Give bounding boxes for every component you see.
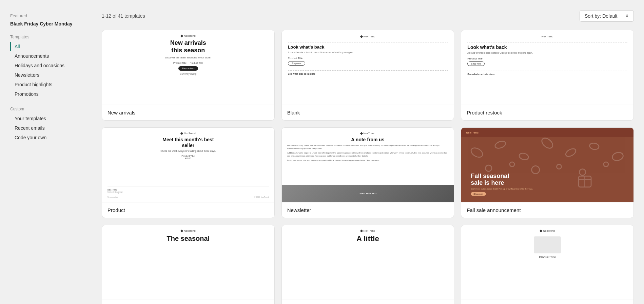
svg-point-8: [510, 162, 514, 167]
preview-product-placeholder: [534, 236, 561, 253]
preview-note-text-1: We've had a busy month and we're thrille…: [287, 144, 449, 150]
preview-brand: NexTrend: [181, 34, 196, 37]
diamond-icon-product: [180, 132, 183, 135]
diamond-icon-little: [360, 229, 363, 232]
preview-product-title-lg: Product Title: [288, 57, 303, 60]
preview-divider-restock-top: [467, 42, 627, 42]
sidebar-item-newsletters[interactable]: Newsletters: [10, 71, 85, 79]
svg-point-11: [580, 169, 586, 175]
svg-point-1: [494, 140, 507, 149]
preview-brand-product: NexTrend: [181, 132, 196, 135]
diamond-icon-newsletter: [360, 132, 363, 135]
template-label-newsletter: Newsletter: [282, 202, 454, 218]
preview-restock-see-more: See what else is in store: [467, 73, 495, 75]
template-card-new-arrivals[interactable]: NexTrend New arrivalsthis season Discove…: [102, 30, 275, 121]
preview-price: £0.00: [181, 157, 195, 160]
preview-product-card-title-3: Product Title: [539, 255, 556, 259]
preview-look-back-text: A brand favorite is back in stock! Grab …: [288, 51, 353, 54]
preview-dont-miss-text: DON'T MISS OUT: [359, 193, 377, 195]
template-preview-product-title: NexTrend Product Title: [461, 225, 633, 300]
preview-brand-blank: NexTrend: [360, 35, 375, 38]
template-card-fall-sale[interactable]: NexTrend: [461, 127, 634, 218]
template-preview-product-restock: NexTrend Look what's back A brand favori…: [461, 30, 633, 105]
preview-product-block: Product Title £0.00: [181, 155, 195, 160]
svg-point-6: [611, 151, 624, 162]
diamond-icon: [180, 34, 183, 37]
preview-new-arrivals-subtitle: Discover the latest additions to our sto…: [165, 56, 211, 59]
template-card-seasonal[interactable]: NexTrend The seasonal Nex Trend The seas…: [102, 225, 275, 304]
preview-restock-title: Look what's back: [467, 44, 507, 50]
preview-little-title: A little: [356, 234, 379, 243]
template-preview-seasonal: NexTrend The seasonal: [102, 225, 274, 300]
sidebar-featured-section: Featured Black Friday Cyber Monday: [10, 14, 85, 26]
preview-note-text-2: Additionally, we're eager to unveil new …: [287, 151, 449, 158]
sidebar-item-recent-emails[interactable]: Recent emails: [10, 124, 85, 132]
templates-label: Templates: [10, 35, 85, 39]
template-card-product[interactable]: NexTrend Meet this month's bestseller Ch…: [102, 127, 275, 218]
template-label-fall-sale: Fall sale announcement: [461, 202, 633, 218]
preview-shop-arrivals-btn: Shop arrivals: [178, 66, 198, 71]
preview-seasonal-title: The seasonal: [167, 234, 210, 243]
sidebar-item-promotions[interactable]: Promotions: [10, 90, 85, 99]
template-preview-product: NexTrend Meet this month's bestseller Ch…: [102, 128, 274, 202]
sidebar-item-holidays[interactable]: Holidays and occasions: [10, 61, 85, 70]
sidebar-item-all[interactable]: All: [10, 42, 85, 51]
preview-divider-top: [288, 42, 448, 42]
svg-point-12: [604, 162, 608, 167]
preview-product-title-2: Product Title: [190, 62, 203, 64]
diamond-icon-seasonal: [180, 229, 183, 232]
featured-label: Featured: [10, 14, 85, 18]
template-card-product-restock[interactable]: NexTrend Look what's back A brand favori…: [461, 30, 634, 121]
svg-point-0: [470, 146, 485, 159]
fall-shop-btn: Shop now: [471, 192, 486, 196]
template-label-blank: Blank: [282, 105, 454, 120]
preview-note-text-3: Lastly, we appreciate your ongoing suppo…: [287, 159, 449, 162]
template-preview-newsletter: NexTrend A note from us We've had a busy…: [282, 128, 454, 202]
sidebar-featured-item[interactable]: Black Friday Cyber Monday: [10, 21, 85, 26]
diamond-icon-blank: [360, 35, 363, 38]
template-label-seasonal: Nex Trend The seasonal: [102, 300, 274, 304]
brand-text-restock: NexTrend: [542, 35, 553, 38]
brand-text-product-title: NexTrend: [543, 229, 555, 232]
svg-point-3: [540, 137, 555, 150]
main-content: 1-12 of 41 templates Sort by: Default ⇕ …: [95, 0, 644, 304]
template-preview-little: NexTrend A little: [282, 225, 454, 300]
brand-text-newsletter: NexTrend: [364, 132, 375, 135]
brand-text: NexTrend: [184, 34, 196, 37]
sidebar-item-announcements[interactable]: Announcements: [10, 52, 85, 60]
svg-point-2: [519, 152, 529, 161]
preview-restock-shop-btn: Shop now: [467, 61, 485, 66]
template-preview-fall-sale: NexTrend: [461, 128, 633, 202]
preview-new-arrivals-title: New arrivalsthis season: [170, 39, 206, 54]
template-label-new-arrivals: New arrivals: [102, 105, 274, 120]
template-label-product-title: [461, 300, 633, 304]
fall-brand: NexTrend: [466, 131, 629, 134]
preview-restock-text: A brand favorite is back in stock! Grab …: [467, 51, 533, 54]
template-preview-new-arrivals: NexTrend New arrivalsthis season Discove…: [102, 30, 274, 105]
preview-divider-restock-bottom: [467, 71, 627, 71]
preview-newsletter-image: DON'T MISS OUT: [282, 185, 454, 202]
preview-note-title: A note from us: [351, 137, 384, 142]
template-label-product-restock: Product restock: [461, 105, 633, 120]
sort-arrow-icon: ⇕: [625, 14, 629, 18]
sort-dropdown[interactable]: Sort by: Default ⇕: [580, 10, 634, 22]
brand-text-blank: NexTrend: [364, 35, 375, 38]
template-preview-blank: NexTrend Look what's back A brand favori…: [282, 30, 454, 105]
template-card-blank[interactable]: NexTrend Look what's back A brand favori…: [281, 30, 454, 121]
preview-brand-seasonal: NexTrend: [181, 229, 196, 232]
preview-divider-bottom: [288, 70, 448, 71]
sidebar-item-product-highlights[interactable]: Product highlights: [10, 80, 85, 89]
preview-currently-loving: Currently loving: [180, 73, 197, 75]
preview-check-out-text: Check out what everyone's talking about …: [160, 150, 216, 152]
template-card-little[interactable]: NexTrend A little Nex Trend little: [281, 225, 454, 304]
preview-brand-product-title: NexTrend: [540, 229, 555, 232]
preview-copyright: © 2023 NexTrend: [254, 196, 269, 198]
brand-text-product: NexTrend: [184, 132, 196, 135]
diamond-icon-product-title: [540, 229, 542, 232]
fall-sale-title: Fall seasonalsale is here: [471, 173, 533, 186]
sidebar: Featured Black Friday Cyber Monday Templ…: [0, 0, 95, 304]
sidebar-item-your-templates[interactable]: Your templates: [10, 114, 85, 123]
template-card-product-title[interactable]: NexTrend Product Title: [461, 225, 634, 304]
sidebar-item-code-your-own[interactable]: Code your own: [10, 133, 85, 142]
template-card-newsletter[interactable]: NexTrend A note from us We've had a busy…: [281, 127, 454, 218]
